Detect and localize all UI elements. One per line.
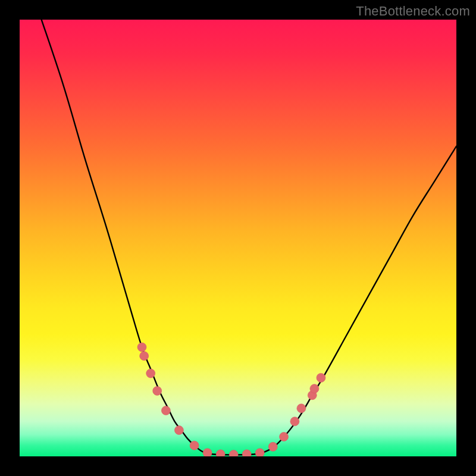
sample-point	[203, 449, 212, 456]
chart-stage: TheBottleneck.com	[0, 0, 476, 476]
sample-point	[137, 343, 146, 352]
sample-point	[146, 369, 155, 378]
sample-point	[161, 406, 170, 415]
sample-point	[153, 386, 162, 395]
curve-layer	[20, 20, 456, 456]
curve-right	[260, 146, 456, 454]
sample-point	[280, 432, 289, 441]
plot-area	[20, 20, 456, 456]
sample-point	[290, 417, 299, 426]
sample-point	[310, 384, 319, 393]
sample-point	[255, 449, 264, 456]
sample-point	[174, 425, 183, 434]
sample-point	[216, 450, 225, 456]
bottleneck-curve	[42, 20, 456, 455]
sample-point	[242, 450, 251, 456]
sample-point	[268, 442, 277, 451]
sample-point	[297, 404, 306, 413]
curve-left	[42, 20, 208, 454]
watermark-text: TheBottleneck.com	[356, 4, 470, 19]
sample-point	[229, 450, 238, 456]
sample-markers	[137, 343, 325, 456]
sample-point	[317, 373, 325, 382]
sample-point	[140, 352, 149, 361]
sample-point	[190, 441, 199, 450]
